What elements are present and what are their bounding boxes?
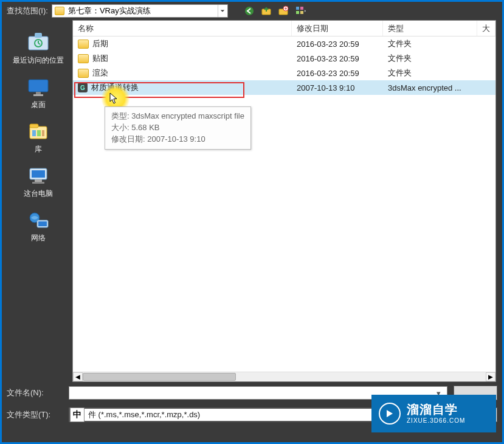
folder-icon [55,7,64,15]
file-row[interactable]: G材质通道转换2007-10-13 9:103dsMax encrypted .… [73,80,495,95]
svg-rect-15 [30,124,38,128]
file-type: 3dsMax encrypted ... [383,83,495,92]
sidebar-item-thispc[interactable]: 这台电脑 [24,165,53,199]
ime-badge[interactable]: 中 [70,408,85,422]
col-date[interactable]: 修改日期 [292,21,383,36]
script-icon: G [78,83,88,92]
svg-rect-6 [296,11,299,14]
view-menu-icon[interactable] [295,5,306,16]
folder-icon [78,54,89,63]
col-name[interactable]: 名称 [73,21,292,36]
tooltip-line: 大小: 5.68 KB [111,122,244,134]
toolbar-icons [244,5,306,16]
filename-label: 文件名(N): [7,387,63,398]
watermark-title: 溜溜自学 [407,402,465,417]
file-date: 2016-03-23 20:59 [292,69,383,78]
network-icon [26,210,51,232]
file-tooltip: 类型: 3dsMax encrypted maxscript file 大小: … [105,106,251,150]
sidebar-item-recent[interactable]: 最近访问的位置 [13,32,64,66]
file-row[interactable]: 贴图2016-03-23 20:59文件夹 [73,51,495,66]
watermark-logo-icon [379,403,401,425]
svg-rect-5 [300,7,303,10]
svg-rect-18 [42,130,44,136]
sidebar-item-label: 库 [35,144,42,154]
svg-rect-12 [36,92,41,94]
filetype-value: 件 (*.ms,*.mse,*.mcr,*.mzp,*.ds) [88,409,200,420]
file-type: 文件夹 [383,68,495,78]
scroll-left-icon[interactable]: ◄ [73,372,83,381]
file-name-cell: 后期 [73,38,292,49]
recent-icon [26,32,51,54]
file-name: 后期 [92,38,108,49]
computer-icon [26,165,51,187]
watermark: 溜溜自学 ZIXUE.3D66.COM [371,395,496,432]
svg-rect-21 [35,179,42,182]
svg-rect-16 [32,130,36,136]
desktop-icon [26,77,51,99]
col-type[interactable]: 类型 [383,21,477,36]
svg-point-0 [245,7,254,15]
lookin-label: 查找范围(I): [7,5,48,16]
file-name: 材质通道转换 [91,82,139,93]
col-size[interactable]: 大 [477,21,495,36]
tooltip-line: 类型: 3dsMax encrypted maxscript file [111,111,244,122]
back-icon[interactable] [244,5,255,16]
sidebar-item-network[interactable]: 网络 [26,210,51,243]
toolbar: 查找范围(I): 第七章：VRay实战演练 [2,2,502,20]
dropdown-icon[interactable] [218,5,227,17]
sidebar-item-desktop[interactable]: 桌面 [26,77,51,110]
sidebar-item-library[interactable]: 库 [26,121,51,154]
new-folder-icon[interactable] [278,5,289,16]
file-rows: 后期2016-03-23 20:59文件夹贴图2016-03-23 20:59文… [73,36,495,372]
places-sidebar: 最近访问的位置 桌面 库 这台电脑 网络 [4,20,72,382]
svg-rect-25 [38,221,47,226]
svg-rect-9 [35,33,42,38]
file-date: 2016-03-23 20:59 [292,54,383,63]
svg-rect-17 [37,130,41,136]
watermark-url: ZIXUE.3D66.COM [407,417,465,425]
svg-rect-7 [300,11,303,14]
file-row[interactable]: 后期2016-03-23 20:59文件夹 [73,36,495,51]
scroll-thumb[interactable] [83,373,236,381]
sidebar-item-label: 网络 [31,233,46,243]
svg-rect-20 [32,170,45,178]
svg-rect-4 [296,7,299,10]
file-type: 文件夹 [383,38,495,49]
sidebar-item-label: 桌面 [31,100,46,110]
file-date: 2016-03-23 20:59 [292,40,383,49]
path-dropdown[interactable]: 第七章：VRay实战演练 [52,4,228,18]
file-type: 文件夹 [383,53,495,64]
column-headers[interactable]: 名称 修改日期 类型 大 [73,21,495,36]
up-folder-icon[interactable] [261,5,272,16]
path-text: 第七章：VRay实战演练 [67,5,218,16]
file-name-cell: 贴图 [73,53,292,64]
sidebar-item-label: 这台电脑 [24,189,53,199]
scroll-right-icon[interactable]: ► [486,372,495,381]
sidebar-item-label: 最近访问的位置 [13,55,64,66]
scroll-track[interactable] [83,372,486,381]
file-row[interactable]: 渲染2016-03-23 20:59文件夹 [73,66,495,80]
folder-icon [78,40,89,49]
file-list-pane: 名称 修改日期 类型 大 后期2016-03-23 20:59文件夹贴图2016… [72,20,496,382]
file-name: 渲染 [92,68,108,78]
folder-icon [78,69,89,78]
file-name-cell: 渲染 [73,68,292,78]
file-date: 2007-10-13 9:10 [292,83,383,92]
library-icon [26,121,51,143]
svg-rect-13 [33,94,43,96]
svg-rect-11 [29,80,48,92]
tooltip-line: 修改日期: 2007-10-13 9:10 [111,134,244,145]
svg-rect-22 [32,182,44,184]
file-name-cell: G材质通道转换 [73,82,292,93]
horizontal-scrollbar[interactable]: ◄ ► [73,372,495,381]
file-name: 贴图 [92,53,108,64]
filetype-label: 文件类型(T): [7,409,63,420]
